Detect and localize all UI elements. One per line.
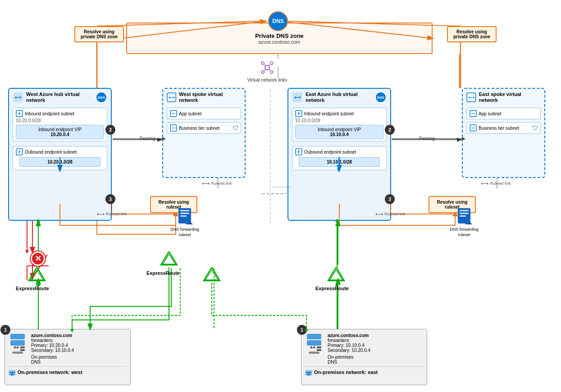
- private-dns-zone-title: Private DNS zone: [255, 32, 304, 39]
- dns-ruleset-east-label: DNS forwardingruleset: [446, 227, 482, 237]
- spoke-west-icon: ⟷: [167, 92, 176, 102]
- hub-east-inbound-ip: 10.10.0.0/28: [295, 118, 383, 123]
- app-subnet-icon-e: [470, 110, 477, 117]
- svg-marker-87: [310, 346, 313, 348]
- resolve-private-dns-right: Resolve using private DNS zone: [447, 26, 497, 42]
- svg-marker-120: [25, 250, 29, 254]
- onprem-east-dns: On-premisesDNS: [328, 355, 370, 365]
- hub-west-inbound-ip: 10.20.0.0/28: [16, 118, 104, 123]
- spoke-west-vnet: ⟷ West spoke virtual network App subnet …: [162, 88, 246, 178]
- svg-text:⟷: ⟷: [169, 95, 175, 100]
- svg-rect-77: [10, 372, 11, 373]
- svg-rect-73: [12, 352, 23, 354]
- dns-ruleset-east: DNS forwardingruleset: [446, 207, 482, 237]
- spoke-west-title: West spoke virtual network: [179, 91, 241, 103]
- hub-east-vnet: ⟷ East Azure hub virtual network DNS Inb…: [287, 88, 391, 221]
- svg-text:⟷: ⟷: [294, 95, 301, 100]
- onprem-east-box: 1 azure.contoso.com forwarders: Primary: [301, 329, 427, 385]
- shield-west-spoke: 🛡: [233, 124, 239, 132]
- hub-east-dns-badge: DNS: [375, 91, 387, 103]
- building-icon-e: [305, 369, 312, 376]
- svg-rect-80: [11, 374, 14, 375]
- svg-rect-68: [10, 334, 25, 339]
- resolve-private-dns-left: Resolve using private DNS zone: [74, 26, 124, 42]
- svg-point-25: [270, 62, 273, 64]
- expressroute-west-label: ExpressRoute: [16, 286, 49, 291]
- onprem-west-domain: azure.contoso.com: [31, 333, 74, 338]
- dns-ruleset-west-label: DNS forwardingruleset: [167, 227, 203, 237]
- svg-rect-81: [307, 334, 321, 339]
- onprem-east-title: On-premises network: east: [314, 369, 378, 375]
- dns-icon: DNS: [268, 11, 288, 31]
- hub-east-badge-3: 3: [385, 194, 395, 204]
- onprem-east-server-icon: [305, 333, 323, 356]
- onprem-west-badge: 1: [0, 325, 10, 335]
- hub-east-vip: Inbound endpoint VIP 10.10.0.4: [295, 125, 383, 139]
- svg-point-26: [261, 71, 264, 73]
- dns-ruleset-west: DNS forwardingruleset: [167, 207, 203, 237]
- onprem-east-domain: azure.contoso.com: [328, 333, 370, 338]
- spoke-east-vnet: ⟷ East spoke virtual network App subnet …: [462, 88, 545, 178]
- svg-rect-90: [306, 372, 308, 373]
- spoke-east-icon: ⟷: [466, 92, 476, 102]
- hub-east-outbound-subnet: Oubound endpoint subnet 10.10.1.0/28: [292, 146, 387, 170]
- svg-rect-83: [317, 346, 321, 348]
- svg-point-27: [270, 71, 273, 73]
- svg-rect-69: [10, 340, 25, 346]
- expressroute-east-icon: [327, 267, 345, 284]
- svg-rect-70: [20, 346, 25, 348]
- hub-east-title: East Azure hub virtual network: [306, 91, 372, 103]
- ruleset-link-east-spoke: ⟷ Ruleset link: [481, 180, 511, 187]
- hub-east-icon: ⟷: [292, 92, 303, 103]
- hub-west-dns-badge: DNS: [96, 91, 107, 103]
- svg-rect-56: [460, 213, 469, 214]
- onprem-east-secondary: Secondary: 10.20.0.4: [328, 348, 370, 353]
- subnet-icon: [16, 110, 23, 117]
- svg-line-30: [264, 69, 266, 71]
- svg-rect-82: [307, 340, 321, 346]
- expressroute-west-icon: [28, 267, 46, 284]
- spoke-west-business-subnet: Business tier subnet 🛡: [167, 122, 241, 134]
- svg-rect-84: [317, 349, 321, 351]
- shield-east-spoke: 🛡: [532, 124, 538, 132]
- svg-rect-50: [180, 213, 189, 214]
- onprem-west-title: On-premises network: west: [18, 369, 82, 375]
- svg-rect-93: [307, 374, 310, 375]
- hub-west-vnet: ⟷ West Azure hub virtual network DNS Inb…: [8, 88, 112, 221]
- svg-rect-57: [460, 215, 466, 217]
- hub-west-badge-3: 3: [105, 194, 115, 204]
- outbound-icon: [16, 148, 23, 155]
- expressroute-center-left-icon: [160, 251, 178, 268]
- error-circle: ✕: [31, 251, 45, 266]
- svg-rect-91: [308, 372, 310, 373]
- business-subnet-icon: [170, 124, 177, 132]
- hub-east-outbound-ip: 10.10.1.0/28: [299, 157, 380, 167]
- svg-rect-51: [180, 215, 187, 217]
- svg-line-29: [269, 64, 270, 66]
- onprem-west-secondary: Secondary: 10.10.0.4: [31, 348, 74, 353]
- hub-west-vip: Inbound endpoint VIP 10.20.0.4: [16, 125, 104, 139]
- hub-west-badge-2: 2: [105, 125, 115, 135]
- peering-east-label: Peering: [419, 136, 434, 141]
- inbound-icon-e: [295, 110, 302, 117]
- svg-rect-78: [12, 372, 13, 373]
- onprem-west-forwarders: forwarders:: [31, 338, 74, 343]
- onprem-west-primary: Primary: 10.20.0.4: [31, 343, 74, 348]
- private-dns-domain: azure.contoso.com: [259, 39, 301, 45]
- svg-line-31: [269, 69, 270, 71]
- svg-marker-74: [14, 346, 16, 348]
- hub-west-title: West Azure hub virtual network: [26, 91, 93, 103]
- svg-marker-75: [16, 346, 19, 348]
- diagram-container: Private DNS zone azure.contoso.com DNS R…: [0, 0, 561, 392]
- hub-west-outbound-ip: 10.20.1.0/28: [19, 157, 100, 167]
- hub-east-badge-2: 2: [385, 125, 395, 135]
- svg-rect-79: [14, 372, 15, 373]
- onprem-east-primary: Primary: 10.10.0.4: [328, 343, 370, 348]
- outbound-icon-e: [295, 148, 302, 155]
- onprem-west-dns: On-premisesDNS: [31, 355, 74, 365]
- vnet-links-icon: [258, 59, 276, 77]
- svg-text:⟷: ⟷: [468, 95, 474, 100]
- hub-west-inbound-label: Inbound endpoint subnet: [25, 111, 74, 116]
- onprem-east-forwarders: forwarders:: [328, 338, 370, 343]
- svg-rect-92: [310, 372, 311, 373]
